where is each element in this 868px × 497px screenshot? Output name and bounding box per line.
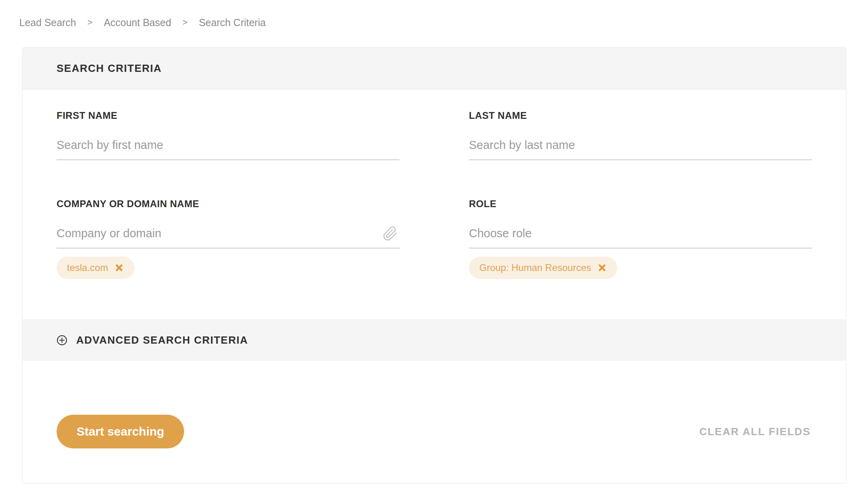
last-name-input-wrap xyxy=(469,138,812,160)
role-input-wrap xyxy=(469,226,812,248)
company-input[interactable] xyxy=(57,226,400,248)
breadcrumb-separator-icon: > xyxy=(87,17,93,28)
advanced-search-label: ADVANCED SEARCH CRITERIA xyxy=(76,334,248,346)
search-criteria-panel: SEARCH CRITERIA FIRST NAME LAST NAME COM… xyxy=(22,47,846,483)
role-tag-list: Group: Human Resources xyxy=(469,257,812,279)
advanced-search-toggle[interactable]: ADVANCED SEARCH CRITERIA xyxy=(22,320,846,361)
breadcrumb-item-search-criteria[interactable]: Search Criteria xyxy=(199,17,266,28)
first-name-input-wrap xyxy=(57,138,400,160)
company-label: COMPANY OR DOMAIN NAME xyxy=(57,198,400,210)
role-input[interactable] xyxy=(469,226,812,248)
first-name-field: FIRST NAME xyxy=(57,110,400,160)
role-tag-label: Group: Human Resources xyxy=(479,262,591,273)
paperclip-icon[interactable] xyxy=(382,225,399,242)
last-name-label: LAST NAME xyxy=(469,110,812,122)
role-field: ROLE Group: Human Resources xyxy=(469,198,812,279)
company-input-wrap xyxy=(57,226,400,248)
company-field: COMPANY OR DOMAIN NAME tesla.com xyxy=(57,198,400,279)
panel-footer: Start searching CLEAR ALL FIELDS xyxy=(22,361,846,448)
breadcrumb: Lead Search > Account Based > Search Cri… xyxy=(0,0,868,28)
last-name-input[interactable] xyxy=(469,138,812,159)
breadcrumb-item-lead-search[interactable]: Lead Search xyxy=(19,17,76,28)
company-tag-label: tesla.com xyxy=(67,262,108,273)
breadcrumb-separator-icon: > xyxy=(183,17,188,28)
clear-all-fields-button[interactable]: CLEAR ALL FIELDS xyxy=(699,426,811,438)
close-icon[interactable] xyxy=(597,263,607,273)
role-tag: Group: Human Resources xyxy=(469,257,617,279)
breadcrumb-item-account-based[interactable]: Account Based xyxy=(104,17,171,28)
first-name-input[interactable] xyxy=(57,138,400,159)
start-searching-button[interactable]: Start searching xyxy=(57,415,184,448)
company-tag: tesla.com xyxy=(57,257,134,279)
first-name-label: FIRST NAME xyxy=(57,110,400,122)
panel-title: SEARCH CRITERIA xyxy=(57,62,162,75)
role-label: ROLE xyxy=(469,198,812,210)
plus-circle-icon xyxy=(57,335,67,346)
close-icon[interactable] xyxy=(114,263,124,273)
panel-header: SEARCH CRITERIA xyxy=(22,47,846,90)
last-name-field: LAST NAME xyxy=(469,110,812,160)
company-tag-list: tesla.com xyxy=(57,257,400,279)
search-fields: FIRST NAME LAST NAME COMPANY OR DOMAIN N… xyxy=(22,90,846,279)
